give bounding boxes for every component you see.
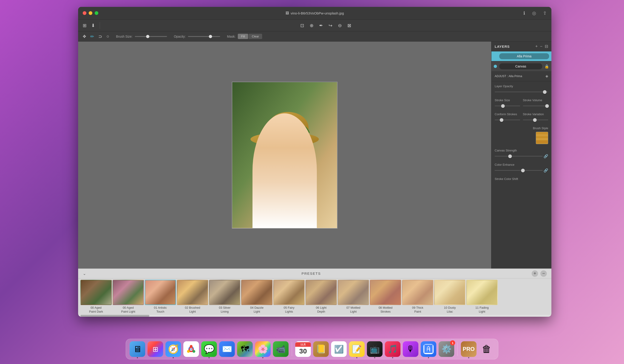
color-enhance-link-icon[interactable]: 🔗: [544, 168, 548, 173]
conform-strokes-thumb[interactable]: [500, 118, 503, 122]
preset-item-7[interactable]: 06 Light Depth: [306, 280, 337, 314]
remove-preset-button[interactable]: −: [540, 270, 547, 277]
preset-item-5[interactable]: 04 Dazzle Light: [241, 280, 272, 314]
photo-canvas[interactable]: [232, 82, 337, 228]
layer-alla-prima[interactable]: Alla Prima: [492, 51, 551, 61]
duplicate-layer-button[interactable]: ⊟: [545, 44, 548, 48]
fit-screen-icon[interactable]: ⊠: [347, 23, 351, 28]
dock-appletv[interactable]: 📺: [367, 341, 383, 357]
opacity-track[interactable]: [188, 36, 220, 37]
title-icon: 🖼: [286, 11, 289, 15]
dock-appstore[interactable]: 🅰: [421, 341, 436, 357]
stroke-size-slider[interactable]: [495, 104, 520, 108]
dock-pro-app[interactable]: PRO: [461, 341, 476, 357]
dock-reminders[interactable]: ☑️: [331, 341, 347, 357]
preset-thumb-2: [145, 280, 176, 305]
preset-item-4[interactable]: 03 Silver Lining: [209, 280, 240, 314]
stroke-volume-slider[interactable]: [523, 104, 548, 108]
preset-item-9[interactable]: 08 Mottled Strokes: [370, 280, 401, 314]
canvas-strength-slider[interactable]: [495, 154, 543, 158]
presets-scroll[interactable]: 00 Aged Paint Dark00 Aged Paint Light01 …: [78, 278, 551, 315]
dock-calendar[interactable]: 11月 30: [295, 341, 311, 357]
crop-icon[interactable]: ⊡: [300, 23, 304, 28]
presets-chevron-icon[interactable]: ⌄: [83, 271, 86, 276]
pen-icon[interactable]: ✒: [319, 23, 323, 28]
clone-icon[interactable]: ⊃: [98, 34, 102, 39]
preset-item-11[interactable]: 10 Dusty Lilac: [434, 280, 466, 314]
dock-launchpad[interactable]: ⊞: [148, 341, 163, 357]
toolbar-left: ⊞ ⬇: [83, 23, 95, 28]
layer-canvas[interactable]: Canvas 🔒: [492, 62, 551, 71]
canvas-strength-link-icon[interactable]: 🔗: [544, 154, 548, 158]
mask-clear-button[interactable]: Clear: [249, 34, 262, 39]
brush-size-track[interactable]: [135, 36, 167, 37]
color-enhance-thumb[interactable]: [521, 169, 525, 172]
preset-label-0: 00 Aged Paint Dark: [89, 306, 103, 314]
dock-settings[interactable]: ⚙️ 1: [439, 341, 454, 357]
preset-item-8[interactable]: 07 Mottled Light: [338, 280, 369, 314]
dock-music[interactable]: 🎵: [385, 341, 400, 357]
move-icon[interactable]: ✥: [83, 34, 86, 39]
close-button[interactable]: [83, 11, 86, 15]
stroke-variation-thumb[interactable]: [533, 118, 537, 122]
photo-library-icon[interactable]: ⊞: [83, 23, 87, 28]
dock-messages[interactable]: 💬: [201, 341, 217, 357]
dock-photos[interactable]: 🌸: [255, 341, 271, 357]
preset-thumb-5: [241, 280, 272, 305]
presets-scrollbar[interactable]: [78, 315, 551, 317]
dock-facetime[interactable]: 📹: [273, 341, 288, 357]
conform-strokes-slider[interactable]: [495, 118, 520, 122]
dock-trash[interactable]: 🗑: [479, 341, 494, 357]
add-preset-button[interactable]: +: [532, 270, 538, 277]
maximize-button[interactable]: [95, 11, 98, 15]
color-enhance-slider[interactable]: [495, 168, 543, 173]
brush-size-thumb[interactable]: [146, 35, 149, 38]
dock-finder[interactable]: 🖥: [130, 341, 145, 357]
opacity-thumb[interactable]: [209, 35, 212, 38]
layer-canvas-name[interactable]: Canvas: [499, 63, 542, 69]
dock-notes-wood[interactable]: 📒: [313, 341, 329, 357]
share-icon[interactable]: ⇪: [543, 10, 547, 16]
zoom-out-icon[interactable]: ⊖: [338, 23, 342, 28]
svg-rect-10: [536, 141, 548, 143]
info-icon[interactable]: ℹ: [523, 10, 525, 16]
brush-size-label: Brush Size:: [116, 35, 132, 38]
dock-chrome[interactable]: [183, 341, 199, 357]
adjust-header: ADJUST : Alla Prima ◈: [492, 71, 551, 81]
dock-podcasts[interactable]: 🎙: [403, 341, 418, 357]
add-layer-button[interactable]: +: [535, 44, 538, 48]
canvas-strength-thumb[interactable]: [508, 155, 512, 158]
zoom-in-icon[interactable]: ⊕: [310, 23, 313, 28]
layer-opacity-thumb[interactable]: [543, 90, 546, 94]
conform-strokes-label: Conform Strokes: [495, 113, 520, 116]
svg-point-1: [257, 191, 312, 228]
brush-style-preview[interactable]: [536, 132, 548, 144]
dock-mail[interactable]: ✉️: [219, 341, 235, 357]
stroke-size-thumb[interactable]: [501, 104, 505, 108]
preset-item-2[interactable]: 01 Artistic Touch: [145, 280, 176, 314]
redo-icon[interactable]: ↪: [329, 23, 333, 28]
preset-item-6[interactable]: 05 Fairy Lights: [273, 280, 305, 314]
preset-item-1[interactable]: 00 Aged Paint Light: [113, 280, 144, 314]
stroke-volume-thumb[interactable]: [545, 104, 549, 108]
brush-tool-icon[interactable]: ✏: [90, 34, 94, 39]
dock-notes[interactable]: 📝: [349, 341, 364, 357]
preset-item-10[interactable]: 09 Thick Paint: [402, 280, 433, 314]
import-icon[interactable]: ⬇: [91, 23, 95, 28]
presets-scroll-thumb[interactable]: [80, 315, 149, 317]
preset-item-12[interactable]: 11 Fading Light: [467, 280, 498, 314]
remove-layer-button[interactable]: −: [540, 44, 543, 48]
lasso-icon[interactable]: ○: [106, 34, 109, 39]
preset-item-3[interactable]: 02 Brushed Light: [177, 280, 208, 314]
layer-alla-prima-name[interactable]: Alla Prima: [499, 53, 549, 59]
stroke-variation-slider[interactable]: [523, 118, 548, 122]
layers-title: LAYERS: [495, 45, 535, 48]
target-icon[interactable]: ◎: [532, 10, 536, 16]
mask-fill-button[interactable]: Fill: [238, 34, 248, 39]
minimize-button[interactable]: [89, 11, 92, 15]
adjust-icon[interactable]: ◈: [546, 74, 548, 78]
preset-item-0[interactable]: 00 Aged Paint Dark: [80, 280, 112, 314]
dock-safari[interactable]: 🧭: [165, 341, 181, 357]
dock-maps[interactable]: 🗺: [237, 341, 253, 357]
layer-opacity-slider[interactable]: [495, 90, 548, 94]
